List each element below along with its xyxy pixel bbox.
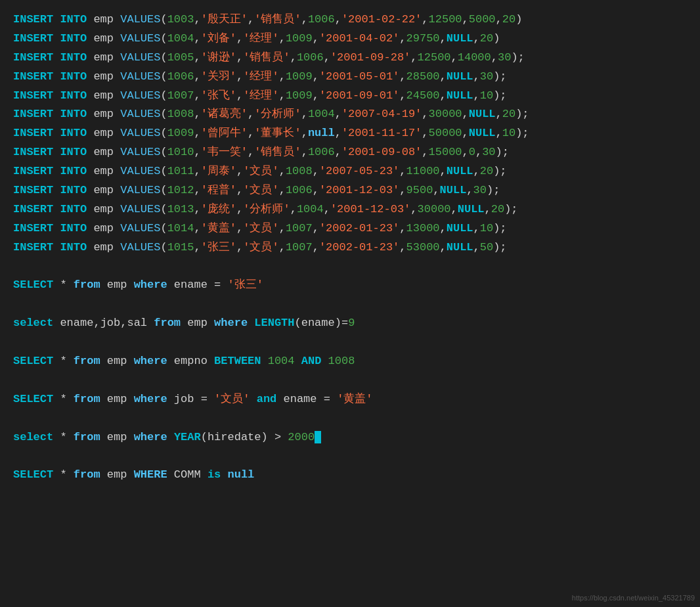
- blank-line: [13, 295, 687, 314]
- code-line: select * from emp where YEAR(hiredate) >…: [13, 428, 687, 447]
- code-line: SELECT * from emp where job = '文员' and e…: [13, 390, 687, 409]
- code-line: INSERT INTO emp VALUES(1008,'诸葛亮','分析师',…: [13, 105, 687, 124]
- code-line: INSERT INTO emp VALUES(1012,'程普','文员',10…: [13, 181, 687, 200]
- blank-line: [13, 447, 687, 466]
- code-line: INSERT INTO emp VALUES(1006,'关羽','经理',10…: [13, 68, 687, 87]
- code-line: INSERT INTO emp VALUES(1003,'殷天正','销售员',…: [13, 11, 687, 30]
- blank-line: [13, 371, 687, 390]
- blank-line: [13, 409, 687, 428]
- code-line: SELECT * from emp where ename = '张三': [13, 276, 687, 295]
- blank-line: [13, 258, 687, 277]
- code-line: INSERT INTO emp VALUES(1013,'庞统','分析师',1…: [13, 200, 687, 219]
- code-line: INSERT INTO emp VALUES(1010,'韦一笑','销售员',…: [13, 143, 687, 162]
- code-line: INSERT INTO emp VALUES(1015,'张三','文员',10…: [13, 238, 687, 258]
- code-line: INSERT INTO emp VALUES(1004,'刘备','经理',10…: [13, 30, 687, 49]
- code-line: select ename,job,sal from emp where LENG…: [13, 314, 687, 333]
- code-line: SELECT * from emp where empno BETWEEN 10…: [13, 352, 687, 371]
- code-line: INSERT INTO emp VALUES(1011,'周泰','文员',10…: [13, 162, 687, 181]
- code-line: INSERT INTO emp VALUES(1014,'黄盖','文员',10…: [13, 219, 687, 238]
- code-line: INSERT INTO emp VALUES(1009,'曾阿牛','董事长',…: [13, 124, 687, 143]
- watermark: https://blog.csdn.net/weixin_45321789: [572, 594, 695, 602]
- code-line: SELECT * from emp WHERE COMM is null: [13, 466, 687, 485]
- code-line: INSERT INTO emp VALUES(1005,'谢逊','销售员',1…: [13, 49, 687, 68]
- blank-line: [13, 333, 687, 352]
- code-block: INSERT INTO emp VALUES(1003,'殷天正','销售员',…: [13, 11, 687, 485]
- code-line: INSERT INTO emp VALUES(1007,'张飞','经理',10…: [13, 87, 687, 106]
